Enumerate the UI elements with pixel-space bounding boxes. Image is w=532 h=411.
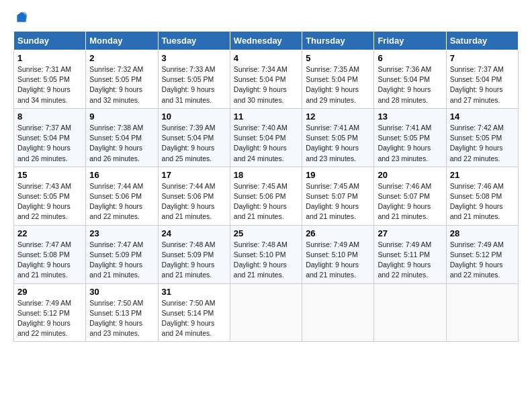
day-number: 18 [234, 170, 298, 180]
day-number: 10 [162, 111, 226, 122]
day-number: 27 [378, 228, 442, 238]
day-number: 1 [17, 53, 82, 63]
logo [13, 11, 28, 24]
day-number: 23 [89, 228, 154, 238]
day-info: Sunrise: 7:31 AMSunset: 5:05 PMDaylight:… [17, 64, 82, 105]
day-number: 19 [306, 170, 370, 180]
calendar-cell: 2 Sunrise: 7:32 AMSunset: 5:05 PMDayligh… [86, 50, 158, 109]
day-info: Sunrise: 7:49 AMSunset: 5:12 PMDaylight:… [17, 298, 82, 339]
day-info: Sunrise: 7:47 AMSunset: 5:08 PMDaylight:… [17, 240, 82, 281]
calendar-cell: 11 Sunrise: 7:40 AMSunset: 5:04 PMDaylig… [230, 108, 302, 167]
header-sunday: Sunday [14, 32, 86, 50]
calendar-cell: 16 Sunrise: 7:44 AMSunset: 5:06 PMDaylig… [86, 167, 158, 225]
calendar-cell: 17 Sunrise: 7:44 AMSunset: 5:06 PMDaylig… [158, 167, 230, 225]
day-info: Sunrise: 7:46 AMSunset: 5:08 PMDaylight:… [450, 181, 515, 222]
calendar-cell [374, 283, 446, 342]
day-info: Sunrise: 7:47 AMSunset: 5:09 PMDaylight:… [89, 240, 154, 281]
day-info: Sunrise: 7:41 AMSunset: 5:05 PMDaylight:… [306, 123, 370, 164]
day-number: 17 [162, 170, 226, 180]
day-number: 12 [306, 111, 370, 122]
calendar-cell: 5 Sunrise: 7:35 AMSunset: 5:04 PMDayligh… [302, 50, 374, 109]
day-number: 8 [17, 111, 82, 122]
calendar-cell: 4 Sunrise: 7:34 AMSunset: 5:04 PMDayligh… [230, 50, 302, 109]
calendar-cell: 1 Sunrise: 7:31 AMSunset: 5:05 PMDayligh… [14, 50, 86, 109]
calendar-cell: 23 Sunrise: 7:47 AMSunset: 5:09 PMDaylig… [86, 225, 158, 283]
calendar-cell: 8 Sunrise: 7:37 AMSunset: 5:04 PMDayligh… [14, 108, 86, 167]
week-row-3: 15 Sunrise: 7:43 AMSunset: 5:05 PMDaylig… [14, 167, 519, 225]
calendar-cell: 21 Sunrise: 7:46 AMSunset: 5:08 PMDaylig… [446, 167, 518, 225]
calendar-cell: 28 Sunrise: 7:49 AMSunset: 5:12 PMDaylig… [446, 225, 518, 283]
day-info: Sunrise: 7:42 AMSunset: 5:05 PMDaylight:… [450, 123, 515, 164]
day-info: Sunrise: 7:44 AMSunset: 5:06 PMDaylight:… [89, 181, 154, 222]
calendar-cell: 31 Sunrise: 7:50 AMSunset: 5:14 PMDaylig… [158, 283, 230, 342]
calendar-cell: 7 Sunrise: 7:37 AMSunset: 5:04 PMDayligh… [446, 50, 518, 109]
day-info: Sunrise: 7:38 AMSunset: 5:04 PMDaylight:… [89, 123, 154, 164]
day-info: Sunrise: 7:35 AMSunset: 5:04 PMDaylight:… [306, 64, 370, 105]
header-tuesday: Tuesday [158, 32, 230, 50]
day-number: 31 [162, 287, 226, 297]
calendar-cell: 12 Sunrise: 7:41 AMSunset: 5:05 PMDaylig… [302, 108, 374, 167]
calendar-cell: 30 Sunrise: 7:50 AMSunset: 5:13 PMDaylig… [86, 283, 158, 342]
calendar-cell: 24 Sunrise: 7:48 AMSunset: 5:09 PMDaylig… [158, 225, 230, 283]
page-header [13, 11, 519, 24]
day-number: 6 [378, 53, 442, 63]
calendar-body: 1 Sunrise: 7:31 AMSunset: 5:05 PMDayligh… [14, 50, 519, 342]
week-row-2: 8 Sunrise: 7:37 AMSunset: 5:04 PMDayligh… [14, 108, 519, 167]
calendar-cell: 10 Sunrise: 7:39 AMSunset: 5:04 PMDaylig… [158, 108, 230, 167]
day-info: Sunrise: 7:40 AMSunset: 5:04 PMDaylight:… [234, 123, 298, 164]
calendar-cell: 18 Sunrise: 7:45 AMSunset: 5:06 PMDaylig… [230, 167, 302, 225]
calendar-cell: 19 Sunrise: 7:45 AMSunset: 5:07 PMDaylig… [302, 167, 374, 225]
day-number: 29 [17, 287, 82, 297]
day-number: 2 [89, 53, 154, 63]
day-info: Sunrise: 7:50 AMSunset: 5:13 PMDaylight:… [89, 298, 154, 339]
calendar-cell: 13 Sunrise: 7:41 AMSunset: 5:05 PMDaylig… [374, 108, 446, 167]
header-thursday: Thursday [302, 32, 374, 50]
day-number: 24 [162, 228, 226, 238]
day-number: 28 [450, 228, 515, 238]
day-info: Sunrise: 7:49 AMSunset: 5:12 PMDaylight:… [450, 240, 515, 281]
day-number: 5 [306, 53, 370, 63]
day-number: 11 [234, 111, 298, 122]
day-number: 14 [450, 111, 515, 122]
day-info: Sunrise: 7:49 AMSunset: 5:10 PMDaylight:… [306, 240, 370, 281]
day-number: 15 [17, 170, 82, 180]
calendar-header: SundayMondayTuesdayWednesdayThursdayFrid… [14, 32, 519, 50]
week-row-4: 22 Sunrise: 7:47 AMSunset: 5:08 PMDaylig… [14, 225, 519, 283]
header-friday: Friday [374, 32, 446, 50]
day-info: Sunrise: 7:41 AMSunset: 5:05 PMDaylight:… [378, 123, 442, 164]
day-number: 26 [306, 228, 370, 238]
header-saturday: Saturday [446, 32, 518, 50]
day-info: Sunrise: 7:37 AMSunset: 5:04 PMDaylight:… [450, 64, 515, 105]
calendar-cell: 9 Sunrise: 7:38 AMSunset: 5:04 PMDayligh… [86, 108, 158, 167]
calendar-cell [446, 283, 518, 342]
day-info: Sunrise: 7:34 AMSunset: 5:04 PMDaylight:… [234, 64, 298, 105]
day-info: Sunrise: 7:36 AMSunset: 5:04 PMDaylight:… [378, 64, 442, 105]
day-info: Sunrise: 7:37 AMSunset: 5:04 PMDaylight:… [17, 123, 82, 164]
day-info: Sunrise: 7:43 AMSunset: 5:05 PMDaylight:… [17, 181, 82, 222]
day-number: 21 [450, 170, 515, 180]
day-info: Sunrise: 7:46 AMSunset: 5:07 PMDaylight:… [378, 181, 442, 222]
calendar-cell: 27 Sunrise: 7:49 AMSunset: 5:11 PMDaylig… [374, 225, 446, 283]
day-info: Sunrise: 7:49 AMSunset: 5:11 PMDaylight:… [378, 240, 442, 281]
calendar-cell: 29 Sunrise: 7:49 AMSunset: 5:12 PMDaylig… [14, 283, 86, 342]
logo-icon [15, 11, 28, 24]
header-wednesday: Wednesday [230, 32, 302, 50]
calendar-cell: 15 Sunrise: 7:43 AMSunset: 5:05 PMDaylig… [14, 167, 86, 225]
day-info: Sunrise: 7:33 AMSunset: 5:05 PMDaylight:… [162, 64, 226, 105]
day-info: Sunrise: 7:48 AMSunset: 5:10 PMDaylight:… [234, 240, 298, 281]
calendar-cell: 6 Sunrise: 7:36 AMSunset: 5:04 PMDayligh… [374, 50, 446, 109]
week-row-5: 29 Sunrise: 7:49 AMSunset: 5:12 PMDaylig… [14, 283, 519, 342]
header-monday: Monday [86, 32, 158, 50]
calendar-cell: 3 Sunrise: 7:33 AMSunset: 5:05 PMDayligh… [158, 50, 230, 109]
day-info: Sunrise: 7:45 AMSunset: 5:06 PMDaylight:… [234, 181, 298, 222]
calendar-cell: 20 Sunrise: 7:46 AMSunset: 5:07 PMDaylig… [374, 167, 446, 225]
day-number: 25 [234, 228, 298, 238]
calendar-cell: 22 Sunrise: 7:47 AMSunset: 5:08 PMDaylig… [14, 225, 86, 283]
day-number: 16 [89, 170, 154, 180]
day-number: 13 [378, 111, 442, 122]
calendar-cell: 25 Sunrise: 7:48 AMSunset: 5:10 PMDaylig… [230, 225, 302, 283]
calendar-table: SundayMondayTuesdayWednesdayThursdayFrid… [13, 31, 519, 342]
day-info: Sunrise: 7:48 AMSunset: 5:09 PMDaylight:… [162, 240, 226, 281]
day-info: Sunrise: 7:39 AMSunset: 5:04 PMDaylight:… [162, 123, 226, 164]
day-number: 7 [450, 53, 515, 63]
